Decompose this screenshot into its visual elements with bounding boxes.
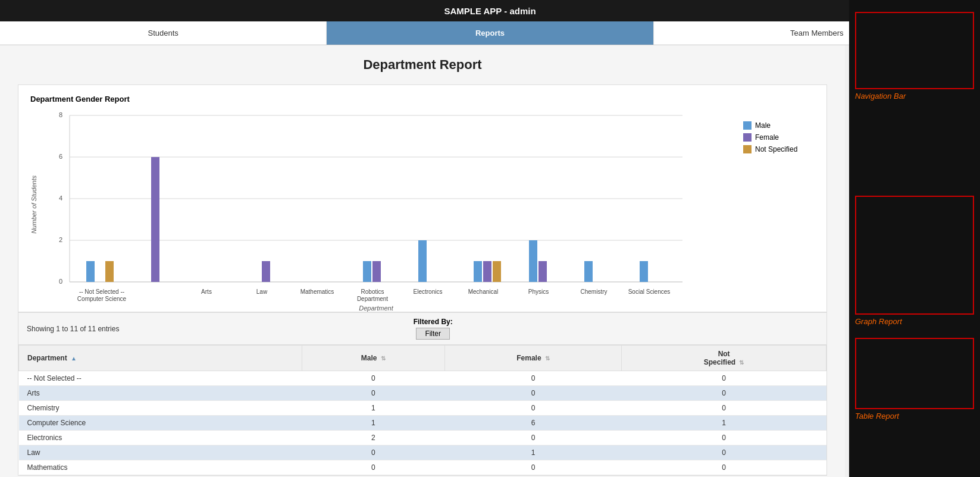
filtered-by-label: Filtered By: xyxy=(414,318,453,326)
table-annotation: Table Report xyxy=(855,338,974,420)
legend-not-specified: Not Specified xyxy=(743,145,815,153)
svg-text:0: 0 xyxy=(59,278,62,285)
svg-text:Department: Department xyxy=(359,305,393,312)
cell-female: 0 xyxy=(444,371,621,386)
svg-rect-14 xyxy=(105,261,114,282)
svg-text:Robotics: Robotics xyxy=(361,288,384,295)
svg-rect-37 xyxy=(418,240,427,282)
table-row: Law 0 1 0 xyxy=(19,445,826,460)
svg-text:Mathematics: Mathematics xyxy=(300,288,334,295)
svg-text:Computer Science: Computer Science xyxy=(77,296,127,302)
chart-title: Department Gender Report xyxy=(30,95,815,103)
showing-text: Showing 1 to 11 of 11 entries xyxy=(27,325,119,333)
legend-female-label: Female xyxy=(755,133,779,142)
cell-female: 0 xyxy=(444,401,621,416)
cell-male: 0 xyxy=(302,386,444,401)
svg-text:8: 8 xyxy=(59,111,62,118)
svg-rect-12 xyxy=(86,261,95,282)
svg-rect-33 xyxy=(372,261,381,282)
bar-chart: 0 2 4 6 8 -- xyxy=(40,109,694,300)
table-row: Computer Science 1 6 1 xyxy=(19,416,826,431)
cell-department: Arts xyxy=(19,386,302,401)
col-not-specified: NotSpecified ⇅ xyxy=(622,346,826,371)
cell-department: -- Not Selected -- xyxy=(19,371,302,386)
svg-rect-45 xyxy=(529,240,537,282)
legend-male-color xyxy=(743,121,752,130)
cell-male: 0 xyxy=(302,371,444,386)
table-header-row: Showing 1 to 11 of 11 entries Filtered B… xyxy=(18,313,826,345)
y-axis-label: Number of Students xyxy=(30,175,37,234)
table-row: Chemistry 1 0 0 xyxy=(19,401,826,416)
svg-rect-46 xyxy=(538,261,547,282)
legend-not-specified-color xyxy=(743,145,752,153)
cell-not-specified: 0 xyxy=(622,386,826,401)
svg-rect-41 xyxy=(474,261,482,282)
cell-department: Electronics xyxy=(19,431,302,445)
legend-female-color xyxy=(743,133,752,142)
top-header: SAMPLE APP - admin Report a Problem Logo… xyxy=(0,0,980,21)
svg-text:Law: Law xyxy=(256,288,268,295)
data-table: Department ▲ Male ⇅ Female ⇅ NotSpecifie… xyxy=(18,345,826,475)
svg-rect-42 xyxy=(483,261,491,282)
table-row: -- Not Selected -- 0 0 0 xyxy=(19,371,826,386)
cell-not-specified: 1 xyxy=(622,416,826,431)
table-section: Showing 1 to 11 of 11 entries Filtered B… xyxy=(18,312,827,476)
table-row: Arts 0 0 0 xyxy=(19,386,826,401)
annotations-panel: Navigation Bar Graph Report Table Report xyxy=(849,0,980,477)
svg-text:2: 2 xyxy=(59,236,62,243)
app-title: SAMPLE APP - admin xyxy=(444,6,536,16)
table-row: Electronics 2 0 0 xyxy=(19,431,826,445)
graph-annotation: Graph Report xyxy=(855,196,974,326)
chart-legend: Male Female Not Specified xyxy=(737,121,815,300)
svg-text:Mechanical: Mechanical xyxy=(468,288,499,295)
nav-item-students[interactable]: Students xyxy=(0,21,327,45)
svg-text:Physics: Physics xyxy=(528,288,549,295)
svg-text:Chemistry: Chemistry xyxy=(580,288,607,295)
cell-male: 2 xyxy=(302,431,444,445)
cell-female: 6 xyxy=(444,416,621,431)
svg-text:4: 4 xyxy=(59,194,62,202)
svg-text:6: 6 xyxy=(59,153,62,160)
legend-male: Male xyxy=(743,121,815,130)
cell-male: 1 xyxy=(302,416,444,431)
svg-text:Arts: Arts xyxy=(201,288,212,295)
cell-not-specified: 0 xyxy=(622,371,826,386)
filter-section: Filtered By: Filter xyxy=(414,318,453,340)
col-male: Male ⇅ xyxy=(302,346,444,371)
svg-text:Department: Department xyxy=(357,296,388,302)
svg-text:Social Sciences: Social Sciences xyxy=(628,288,671,295)
filter-button[interactable]: Filter xyxy=(416,328,450,340)
cell-department: Computer Science xyxy=(19,416,302,431)
cell-male: 0 xyxy=(302,445,444,460)
cell-department: Law xyxy=(19,445,302,460)
page-title: Department Report xyxy=(18,57,827,73)
svg-rect-49 xyxy=(584,261,593,282)
cell-department: Chemistry xyxy=(19,401,302,416)
cell-department: Mathematics xyxy=(19,460,302,475)
table-annotation-label: Table Report xyxy=(855,412,899,420)
col-female: Female ⇅ xyxy=(444,346,621,371)
nav-annotation-label: Navigation Bar xyxy=(855,92,906,101)
cell-female: 0 xyxy=(444,431,621,445)
svg-rect-53 xyxy=(640,261,648,282)
cell-not-specified: 0 xyxy=(622,445,826,460)
nav-item-reports[interactable]: Reports xyxy=(327,21,653,45)
table-row: Mathematics 0 0 0 xyxy=(19,460,826,475)
legend-not-specified-label: Not Specified xyxy=(755,145,797,153)
cell-male: 1 xyxy=(302,401,444,416)
legend-male-label: Male xyxy=(755,121,771,130)
svg-rect-32 xyxy=(363,261,371,282)
cell-not-specified: 0 xyxy=(622,401,826,416)
nav-bar: Students Reports Team Members xyxy=(0,21,980,45)
svg-rect-18 xyxy=(151,157,159,282)
svg-text:Electronics: Electronics xyxy=(414,288,443,295)
legend-female: Female xyxy=(743,133,815,142)
cell-not-specified: 0 xyxy=(622,460,826,475)
page-content: Department Report Department Gender Repo… xyxy=(0,45,845,477)
cell-female: 1 xyxy=(444,445,621,460)
chart-container: Department Gender Report Number of Stude… xyxy=(18,84,827,312)
svg-text:-- Not Selected --: -- Not Selected -- xyxy=(79,288,124,295)
nav-annotation: Navigation Bar xyxy=(855,12,974,101)
graph-annotation-label: Graph Report xyxy=(855,317,902,326)
cell-female: 0 xyxy=(444,460,621,475)
